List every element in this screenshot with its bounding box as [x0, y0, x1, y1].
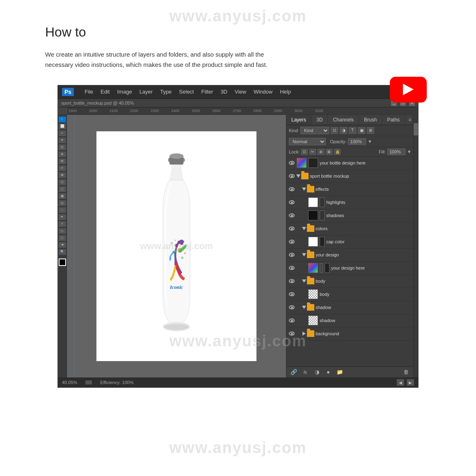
tab-3d[interactable]: 3D — [311, 115, 328, 125]
layer-row-colors[interactable]: colors — [286, 222, 413, 236]
layer-row-cap-color[interactable]: cap color — [286, 236, 413, 249]
tool-gradient[interactable]: ▦ — [59, 193, 66, 199]
layer-eye-effects[interactable] — [288, 185, 295, 193]
layer-row-shadow[interactable]: shadow — [286, 314, 413, 327]
menu-help[interactable]: Help — [280, 89, 291, 95]
layer-row-your-design[interactable]: your design — [286, 249, 413, 262]
tool-foreground-color[interactable] — [59, 259, 66, 266]
tool-heal[interactable]: ⊞ — [59, 158, 66, 164]
layer-eye-shadow-folder[interactable] — [288, 304, 295, 311]
menu-select[interactable]: Select — [179, 89, 194, 95]
panel-btn-fx[interactable]: fx — [301, 368, 309, 376]
tool-history[interactable]: ◷ — [59, 179, 66, 185]
folder-icon-body — [307, 278, 314, 284]
tab-brush[interactable]: Brush — [359, 115, 382, 125]
lock-icon-paint[interactable]: ✏ — [309, 149, 316, 155]
layer-row-sport-bottle[interactable]: sport bottle mockup — [286, 170, 413, 183]
kind-icon-smart[interactable]: ⊞ — [367, 127, 374, 134]
tab-channels[interactable]: Channels — [328, 115, 359, 125]
scrollbar-thumb[interactable] — [414, 123, 419, 135]
menu-3d[interactable]: 3D — [220, 89, 227, 95]
opacity-input[interactable] — [348, 138, 366, 145]
menu-view[interactable]: View — [235, 89, 246, 95]
status-btn-prev[interactable]: ◀ — [397, 379, 404, 386]
layer-row-body[interactable]: body — [286, 288, 413, 301]
blend-mode-select[interactable]: Normal — [289, 138, 326, 145]
kind-select[interactable]: Kind — [300, 127, 329, 134]
tab-layers[interactable]: Layers — [286, 115, 311, 125]
layer-eye-your-bottle[interactable] — [288, 159, 295, 167]
lock-icon-transparency[interactable]: ⊡ — [301, 149, 308, 155]
tool-eyedropper[interactable]: ⊕ — [59, 151, 66, 157]
layer-row-background[interactable]: background — [286, 327, 413, 341]
lock-icon-position[interactable]: ⊕ — [318, 149, 324, 155]
tool-pen[interactable]: ✒ — [59, 214, 66, 220]
fill-arrow: ▾ — [408, 149, 411, 155]
tool-eraser[interactable]: ◻ — [59, 186, 66, 192]
fill-input[interactable] — [387, 149, 405, 155]
tool-path[interactable]: ▷ — [59, 228, 66, 234]
ps-right-scrollbar[interactable] — [413, 115, 418, 378]
tool-crop[interactable]: ⊡ — [59, 144, 66, 150]
tool-zoom[interactable]: 🔍 — [59, 249, 66, 255]
layer-eye-body-folder[interactable] — [288, 277, 295, 285]
tool-magic-wand[interactable]: ✦ — [59, 137, 66, 143]
layer-row-your-bottle[interactable]: your bottle design here — [286, 157, 413, 170]
kind-icon-adjust[interactable]: ◑ — [340, 127, 347, 134]
kind-icon-shape[interactable]: ▣ — [358, 127, 365, 134]
layer-eye-shadows[interactable] — [288, 212, 295, 219]
menu-window[interactable]: Window — [254, 89, 272, 95]
layer-eye-cap-color[interactable] — [288, 238, 295, 245]
panel-btn-dot[interactable]: ● — [324, 368, 332, 376]
panel-btn-adjust[interactable]: ◑ — [313, 368, 321, 376]
folder-triangle-colors[interactable] — [302, 227, 306, 230]
status-btn-next[interactable]: ▶ — [407, 379, 414, 386]
layer-row-highlights[interactable]: highlights — [286, 196, 413, 209]
layer-eye-colors[interactable] — [288, 225, 295, 232]
kind-icon-type[interactable]: T — [349, 127, 356, 134]
youtube-play-button[interactable] — [390, 77, 427, 103]
tool-dodge[interactable]: ○ — [59, 207, 66, 213]
folder-triangle-background[interactable] — [302, 332, 306, 336]
layer-row-shadow-folder[interactable]: shadow — [286, 301, 413, 314]
tool-brush[interactable]: ✏ — [59, 165, 66, 171]
panel-btn-trash[interactable]: 🗑 — [402, 368, 410, 376]
layer-eye-your-design[interactable] — [288, 251, 295, 259]
menu-type[interactable]: Type — [160, 89, 172, 95]
menu-image[interactable]: Image — [117, 89, 132, 95]
menu-filter[interactable]: Filter — [201, 89, 213, 95]
menu-edit[interactable]: Edit — [101, 89, 110, 95]
menu-layer[interactable]: Layer — [140, 89, 153, 95]
tool-lasso[interactable]: ⌖ — [59, 130, 66, 136]
kind-icon-pixel[interactable]: ⊡ — [331, 127, 338, 134]
layer-row-your-design-here[interactable]: your design here — [286, 262, 413, 275]
layer-eye-sport-bottle[interactable] — [288, 172, 295, 180]
layer-row-body-folder[interactable]: body — [286, 275, 413, 288]
folder-triangle-effects[interactable] — [302, 188, 306, 191]
layer-eye-background[interactable] — [288, 330, 295, 337]
layer-row-effects[interactable]: effects — [286, 183, 413, 196]
layer-row-shadows[interactable]: shadows — [286, 209, 413, 222]
layer-eye-body[interactable] — [288, 291, 295, 298]
panel-btn-new-folder[interactable]: 📁 — [336, 368, 344, 376]
tool-text[interactable]: T — [59, 221, 66, 227]
panel-btn-link[interactable]: 🔗 — [290, 368, 298, 376]
tool-hand[interactable]: ☚ — [59, 242, 66, 248]
layer-eye-your-design-here[interactable] — [288, 264, 295, 272]
folder-triangle-body[interactable] — [302, 279, 306, 283]
menu-file[interactable]: File — [85, 89, 93, 95]
tool-blur[interactable]: ◎ — [59, 200, 66, 206]
lock-icon-all[interactable]: 🔒 — [334, 149, 341, 155]
tab-paths[interactable]: Paths — [382, 115, 405, 125]
folder-triangle-shadow[interactable] — [302, 306, 306, 309]
tool-select[interactable]: ⬜ — [59, 124, 66, 129]
lock-icon-artboard[interactable]: ⊠ — [326, 149, 332, 155]
folder-triangle-your-design[interactable] — [302, 253, 306, 256]
layer-eye-shadow[interactable] — [288, 317, 295, 324]
folder-triangle-sport-bottle[interactable] — [296, 174, 300, 178]
tool-stamp[interactable]: ⊠ — [59, 172, 66, 178]
layer-eye-highlights[interactable] — [288, 199, 295, 206]
ps-statusbar: 40.05% Efficiency: 100% ◀ ▶ — [58, 378, 418, 387]
tool-move[interactable]: ↖ — [59, 117, 66, 122]
tool-shape[interactable]: ◻ — [59, 235, 66, 241]
